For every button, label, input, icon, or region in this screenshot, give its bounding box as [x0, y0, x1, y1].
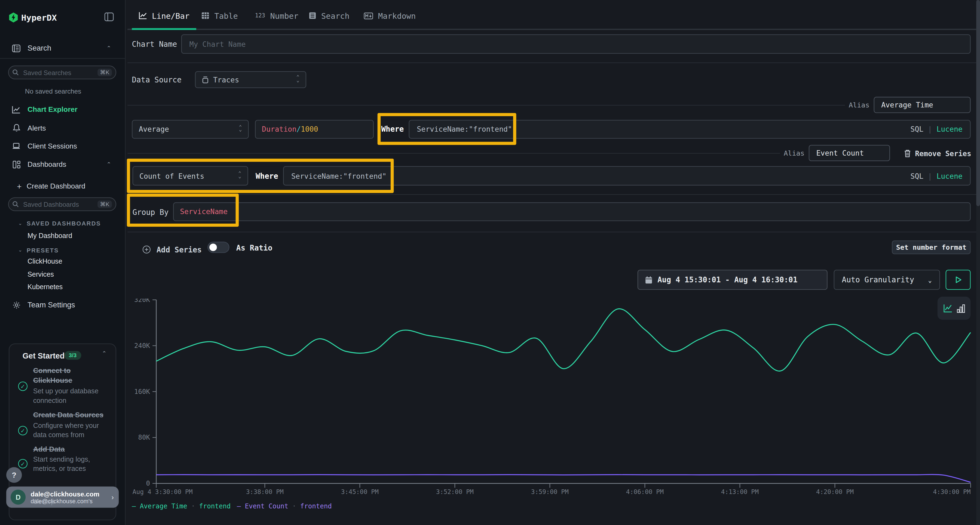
- saved-searches-input[interactable]: [22, 68, 97, 77]
- series1-aggregation-select[interactable]: Average ⌃⌄: [132, 120, 248, 139]
- aggregation-value: Count of Events: [139, 171, 204, 180]
- create-dashboard-label: Create Dashboard: [27, 182, 86, 190]
- play-icon: [955, 276, 961, 284]
- sidebar-item-chart-explorer[interactable]: Chart Explorer: [0, 101, 125, 117]
- sidebar-item-dashboards[interactable]: Dashboards ⌃: [0, 156, 125, 173]
- sql-mode-label[interactable]: SQL: [911, 171, 924, 180]
- saved-dashboards-search[interactable]: ⌘K: [8, 197, 116, 211]
- user-email: dale@clickhouse.com: [30, 490, 109, 498]
- lucene-mode-label[interactable]: Lucene: [937, 171, 962, 180]
- date-range-picker[interactable]: Aug 4 15:30:01 - Aug 4 16:30:01: [638, 270, 827, 290]
- scrollbar-track[interactable]: [976, 0, 980, 525]
- preset-services-label: Services: [27, 270, 54, 278]
- help-button[interactable]: ?: [6, 467, 22, 482]
- tab-search[interactable]: Search: [309, 8, 350, 24]
- gs-item-desc: data comes from: [33, 430, 84, 439]
- create-dashboard-button[interactable]: + Create Dashboard: [0, 178, 125, 194]
- saved-searches-search[interactable]: ⌘K: [8, 65, 116, 79]
- run-query-button[interactable]: [946, 270, 971, 290]
- series1-where-field[interactable]: ServiceName:"frontend" SQL | Lucene: [409, 120, 971, 139]
- chart-name-input[interactable]: [188, 39, 964, 49]
- get-started-title: Get Started: [22, 352, 65, 360]
- svg-text:Aug 4 3:30:00 PM: Aug 4 3:30:00 PM: [132, 488, 193, 495]
- alerts-label: Alerts: [27, 124, 46, 132]
- alias-label: Alias: [849, 101, 869, 109]
- granularity-select[interactable]: Auto Granularity ⌄: [834, 270, 940, 290]
- divider: [127, 63, 980, 63]
- remove-series-button[interactable]: Remove Series: [915, 149, 971, 158]
- bell-icon: [12, 124, 21, 132]
- sidebar-item-client-sessions[interactable]: Client Sessions: [0, 138, 125, 154]
- aggregation-value: Average: [139, 125, 169, 133]
- gs-item-title[interactable]: Connect to: [33, 367, 71, 374]
- sidebar-item-kubernetes[interactable]: Kubernetes: [0, 279, 125, 295]
- sidebar: HyperDX Search ⌃ ⌘K No saved searches Ch…: [0, 0, 126, 525]
- my-dashboard-label: My Dashboard: [27, 232, 72, 240]
- series2-alias-input[interactable]: [815, 148, 884, 158]
- tab-markdown[interactable]: Markdown: [364, 8, 416, 24]
- svg-text:320K: 320K: [134, 298, 150, 304]
- series2-where-value: ServiceName:"frontend": [291, 171, 387, 180]
- svg-text:4:06:00 PM: 4:06:00 PM: [626, 488, 664, 495]
- svg-text:3:59:00 PM: 3:59:00 PM: [531, 488, 569, 495]
- tab-line-bar[interactable]: Line/Bar: [139, 8, 189, 24]
- line-chart-icon: [139, 12, 147, 20]
- sidebar-item-my-dashboard[interactable]: My Dashboard: [0, 227, 125, 244]
- markdown-icon: [364, 12, 373, 19]
- user-subtitle: dale@clickhouse.com's: [30, 498, 109, 504]
- scrollbar-thumb[interactable]: [976, 0, 980, 206]
- calendar-icon: [645, 276, 652, 284]
- magnifier-icon: [13, 201, 19, 207]
- legend-item-event-count[interactable]: — Event Count · frontend: [237, 502, 332, 510]
- series2-where-field[interactable]: ServiceName:"frontend" SQL | Lucene: [283, 166, 970, 186]
- svg-text:4:20:00 PM: 4:20:00 PM: [816, 488, 854, 495]
- lucene-mode-label[interactable]: Lucene: [937, 125, 962, 133]
- expr-number: 1000: [301, 125, 318, 133]
- check-circle-icon: ✓: [18, 382, 27, 391]
- gs-item-title[interactable]: Create Data Sources: [33, 411, 103, 419]
- svg-text:80K: 80K: [138, 434, 150, 441]
- shortcut-badge: ⌘K: [97, 200, 112, 208]
- tab-table[interactable]: Table: [201, 8, 238, 24]
- sidebar-item-team-settings[interactable]: Team Settings: [0, 297, 125, 313]
- series1-alias-field[interactable]: [874, 97, 971, 113]
- chevron-up-icon: ⌃: [107, 45, 111, 51]
- tab-number[interactable]: 123 Number: [255, 8, 298, 24]
- gs-item-title[interactable]: Add Data: [33, 445, 65, 453]
- series2-alias-field[interactable]: [809, 145, 890, 161]
- sidebar-item-alerts[interactable]: Alerts: [0, 120, 125, 136]
- shortcut-badge: ⌘K: [97, 69, 112, 76]
- gs-item-title[interactable]: ClickHouse: [33, 376, 72, 384]
- data-source-value: Traces: [213, 75, 239, 84]
- trash-icon[interactable]: [904, 149, 912, 160]
- data-source-select[interactable]: Traces ⌃⌄: [195, 71, 306, 88]
- sql-mode-label[interactable]: SQL: [911, 125, 924, 133]
- group-by-field[interactable]: ServiceName: [173, 202, 971, 221]
- set-number-format-button[interactable]: Set number format: [892, 241, 970, 254]
- gs-item-desc: connection: [33, 396, 67, 405]
- sidebar-collapse-icon[interactable]: [104, 13, 113, 24]
- user-account-button[interactable]: D dale@clickhouse.com dale@clickhouse.co…: [6, 487, 119, 508]
- expr-field: Duration: [262, 125, 296, 133]
- saved-dashboards-input[interactable]: [22, 200, 97, 209]
- gs-item-desc: Start sending logs,: [33, 455, 90, 464]
- series1-field-input[interactable]: Duration/1000: [255, 120, 374, 139]
- chevron-down-icon: ⌄: [928, 276, 932, 283]
- sidebar-section-search[interactable]: Search ⌃: [0, 40, 125, 56]
- series1-alias-input[interactable]: [880, 100, 964, 110]
- chevron-up-icon[interactable]: ⌃: [102, 351, 107, 357]
- chart-name-label: Chart Name: [132, 40, 177, 49]
- group-by-label: Group By: [132, 208, 169, 217]
- chart-name-field[interactable]: [181, 34, 971, 54]
- divider: [127, 105, 845, 106]
- as-ratio-toggle[interactable]: [207, 242, 229, 253]
- add-series-button[interactable]: Add Series: [142, 243, 202, 255]
- select-chevrons-icon: ⌃⌄: [239, 125, 242, 133]
- laptop-icon: [12, 142, 21, 150]
- search-section-label: Search: [27, 44, 51, 52]
- series2-aggregation-select[interactable]: Count of Events ⌃⌄: [132, 166, 248, 186]
- select-chevrons-icon: ⌃⌄: [296, 76, 299, 84]
- legend-item-average-time[interactable]: — Average Time · frontend: [132, 502, 231, 510]
- svg-text:240K: 240K: [134, 342, 150, 349]
- plus-icon: +: [17, 181, 22, 191]
